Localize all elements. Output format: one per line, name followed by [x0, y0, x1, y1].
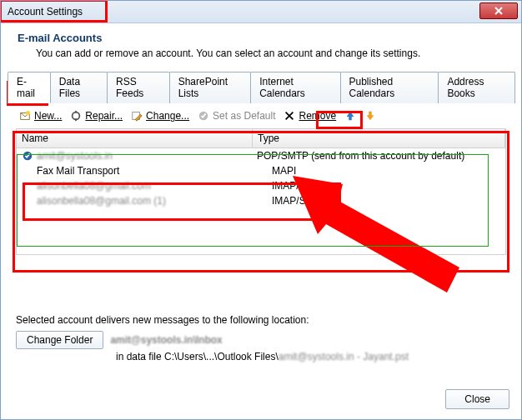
svg-rect-3 [75, 111, 77, 113]
account-type: MAPI [267, 163, 505, 178]
repair-button[interactable]: Repair... [67, 108, 126, 123]
move-up-button[interactable] [341, 108, 359, 123]
change-label: Change... [146, 110, 189, 122]
tab-email[interactable]: E-mail [8, 72, 51, 103]
account-type: IMAP/SMTP [267, 193, 505, 208]
folder-path: amit@systools.in\Inbox [110, 334, 222, 346]
arrow-up-icon [344, 110, 356, 122]
remove-label: Remove [299, 110, 336, 122]
check-circle-icon [198, 110, 209, 122]
remove-button[interactable]: Remove [280, 108, 339, 123]
change-icon [131, 110, 143, 122]
move-down-button[interactable] [361, 108, 379, 123]
default-account-icon [22, 150, 33, 162]
new-label: New... [34, 110, 62, 122]
account-type: IMAP/SMTP [267, 178, 505, 193]
list-item[interactable]: Fax Mail Transport MAPI [17, 163, 505, 178]
header-type[interactable]: Type [253, 129, 505, 148]
tab-published-calendars[interactable]: Published Calendars [340, 72, 439, 103]
accounts-list: Name Type amit@systools.in POP/SMTP (sen… [16, 128, 506, 255]
account-name: amit@systools.in [37, 150, 113, 162]
footer: Close [445, 389, 509, 409]
account-settings-window: Account Settings E-mail Accounts You can… [0, 0, 522, 420]
svg-point-2 [73, 112, 80, 120]
header-title: E-mail Accounts [18, 32, 504, 44]
new-icon [19, 110, 31, 122]
list-header: Name Type [17, 129, 505, 148]
set-default-label: Set as Default [213, 110, 275, 122]
account-name: Fax Mail Transport [37, 165, 119, 177]
data-file-prefix: in data file C:\Users\...\Outlook Files\ [116, 351, 279, 362]
account-name: alisonbella08@gmail.com (1) [37, 195, 166, 207]
tab-address-books[interactable]: Address Books [438, 72, 515, 103]
change-folder-button[interactable]: Change Folder [16, 331, 103, 349]
tab-data-files[interactable]: Data Files [50, 72, 108, 103]
delivery-location-section: Selected account delivers new messages t… [16, 314, 506, 362]
set-default-button[interactable]: Set as Default [194, 108, 279, 123]
window-title: Account Settings [1, 6, 83, 18]
remove-icon [284, 110, 295, 122]
svg-point-1 [26, 111, 30, 115]
repair-label: Repair... [85, 110, 123, 122]
arrow-down-icon [364, 110, 376, 122]
account-type: POP/SMTP (send from this account by defa… [252, 148, 505, 163]
data-file-name: amit@systools.in - Jayant.pst [279, 351, 409, 362]
delivery-location-text: Selected account delivers new messages t… [16, 314, 506, 326]
header-name[interactable]: Name [17, 129, 253, 148]
header: E-mail Accounts You can add or remove an… [1, 23, 521, 71]
tab-strip: E-mail Data Files RSS Feeds SharePoint L… [8, 71, 514, 103]
svg-rect-4 [75, 119, 77, 122]
list-item[interactable]: amit@systools.in POP/SMTP (send from thi… [17, 148, 505, 163]
change-button[interactable]: Change... [128, 108, 193, 123]
tab-internet-calendars[interactable]: Internet Calendars [250, 72, 340, 103]
close-button[interactable]: Close [445, 389, 509, 409]
list-item[interactable]: alisonbella08@gmail.com IMAP/SMTP [17, 178, 505, 193]
repair-icon [70, 110, 82, 122]
toolbar: New... Repair... Change... Set as Defaul… [1, 103, 521, 128]
close-icon [494, 7, 503, 15]
account-name: alisonbella08@gmail.com [37, 180, 151, 192]
titlebar: Account Settings [1, 1, 521, 23]
tab-rss-feeds[interactable]: RSS Feeds [107, 72, 170, 103]
tab-sharepoint-lists[interactable]: SharePoint Lists [169, 72, 251, 103]
new-button[interactable]: New... [16, 108, 65, 123]
list-item[interactable]: alisonbella08@gmail.com (1) IMAP/SMTP [17, 193, 505, 208]
header-subtitle: You can add or remove an account. You ca… [18, 48, 504, 59]
window-close-button[interactable] [479, 2, 518, 19]
